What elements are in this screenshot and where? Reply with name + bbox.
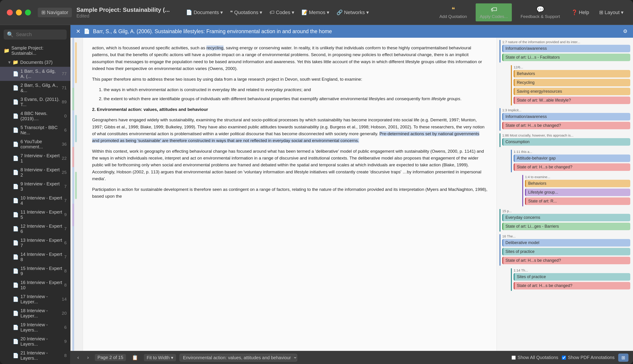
memos-label: Memos xyxy=(309,10,325,16)
prev-page-button[interactable]: ‹ xyxy=(75,353,81,362)
doc-19-label: 19 Interview - Layers... xyxy=(21,322,62,333)
sidebar-doc-3[interactable]: 📄 3 Evans, D. (2011). T... 89 xyxy=(0,95,70,109)
sidebar-doc-16[interactable]: 📄 16 Interview - Expert 10 8 xyxy=(0,278,70,292)
code-attitude-gap[interactable]: Attitude-behavior gap xyxy=(514,154,630,162)
doc-7-count: 22 xyxy=(62,156,67,161)
close-document-button[interactable]: ✕ xyxy=(76,28,81,34)
section-select[interactable]: Environmental action: values, attitudes … xyxy=(180,354,297,362)
sidebar-doc-18[interactable]: 📄 18 Interview - Layper... 20 xyxy=(0,306,70,320)
show-pdf-annotations-toggle[interactable]: Show PDF Annotations xyxy=(562,355,614,360)
code-state-art-r[interactable]: State of art: R... xyxy=(525,198,630,205)
minimize-traffic-light[interactable] xyxy=(16,10,22,16)
apply-codes-button[interactable]: 🏷 Apply Codes... xyxy=(476,4,512,21)
close-traffic-light[interactable] xyxy=(7,10,13,16)
bottom-right-action-button[interactable]: ⊞ xyxy=(618,354,628,362)
sidebar-doc-4[interactable]: 📄 4 BBC News. (2019).... 0 xyxy=(0,109,70,123)
code-state-art-changed-2[interactable]: State of art: H...s be changed? xyxy=(514,163,630,171)
show-pdf-annotations-checkbox[interactable] xyxy=(562,356,566,360)
sidebar-doc-11[interactable]: 📄 11 Interview - Expert 5 9 xyxy=(0,208,70,222)
code-saving-energy[interactable]: Saving energy/resources xyxy=(514,88,630,95)
code-state-art-changed-3[interactable]: State of art: H...s be changed? xyxy=(502,257,630,264)
doc-9-label: 9 Interview - Expert 3 xyxy=(21,181,62,192)
sidebar-doc-17[interactable]: 📄 17 Interview - Layper... 14 xyxy=(0,292,70,306)
code-state-art-changed-4[interactable]: State of art: H...s be changed? xyxy=(514,282,630,290)
sidebar-doc-15[interactable]: 📄 15 Interview - Expert 9 8 xyxy=(0,264,70,278)
show-all-quotations-toggle[interactable]: Show All Quotations xyxy=(512,355,558,360)
sidebar-doc-6[interactable]: 📄 6 YouTube comment... 36 xyxy=(0,137,70,151)
show-pdf-annotations-label: Show PDF Annotations xyxy=(568,355,614,360)
networks-btn[interactable]: 🔗 Networks ▾ xyxy=(334,8,372,17)
code-deliberative-model[interactable]: Deliberative model xyxy=(502,239,630,246)
navigator-button[interactable]: ⊞ Navigator xyxy=(38,8,72,17)
layout-button[interactable]: ⊞ Layout ▾ xyxy=(596,8,626,17)
sidebar-doc-7[interactable]: 📄 7 Interview - Expert 1 22 xyxy=(0,151,70,166)
chevron-down-fit: ▾ xyxy=(171,355,173,360)
feedback-button[interactable]: 💬 Feedback & Support xyxy=(516,4,564,21)
sidebar-doc-12[interactable]: 📄 12 Interview - Expert 6 7 xyxy=(0,222,70,236)
apply-codes-icon: 🏷 xyxy=(491,6,497,13)
sidebar-doc-2[interactable]: 📄 2 Barr, S., Gilg, A., &... 71 xyxy=(0,81,70,95)
doc-4-label: 4 BBC News. (2019).... xyxy=(21,111,62,121)
code-recycling[interactable]: Recycling xyxy=(514,79,630,86)
code-everyday-concerns[interactable]: Everyday concerns xyxy=(502,214,630,221)
code-state-art-facilitators[interactable]: State of art: Li...s - Facilitators xyxy=(502,54,630,61)
documents-btn[interactable]: 📄 Documents ▾ xyxy=(183,8,225,17)
doc-13-count: 6 xyxy=(64,240,67,246)
sidebar-doc-5[interactable]: 📄 5 Transcript - BBC Ne... 6 xyxy=(0,123,70,137)
sidebar-doc-10[interactable]: 📄 10 Interview - Expert 4 7 xyxy=(0,194,70,208)
search-box[interactable]: 🔍 xyxy=(4,30,67,40)
help-button[interactable]: ❓ Help xyxy=(569,8,592,17)
next-page-button[interactable]: › xyxy=(85,353,91,362)
show-all-quotations-checkbox[interactable] xyxy=(512,356,516,360)
code-behaviors-1[interactable]: Behaviors xyxy=(514,70,630,78)
layout-label: Layout xyxy=(604,10,619,16)
sidebar-item-root[interactable]: 📁 Sample Project: Sustainabi... xyxy=(0,44,70,58)
maximize-traffic-light[interactable] xyxy=(25,10,31,16)
doc-10-count: 7 xyxy=(64,198,67,203)
doc-2-count: 71 xyxy=(62,86,67,90)
sidebar-doc-14[interactable]: 📄 14 Interview - Expert 8 7 xyxy=(0,250,70,264)
document-area: ✕ 📄 Barr, S., & Gilg, A. (2006). Sustain… xyxy=(71,25,633,364)
page-view-button[interactable]: 📋 xyxy=(130,353,140,362)
sidebar-doc-1[interactable]: 📄 1 Barr, S., & Gilg, A. (... 77 xyxy=(0,67,70,81)
doc-icon-16: 📄 xyxy=(13,282,19,288)
network-icon: 🔗 xyxy=(337,10,343,16)
sidebar-doc-19[interactable]: 📄 19 Interview - Layers... 6 xyxy=(0,320,70,334)
code-info-awareness-1[interactable]: Information/awareness xyxy=(502,45,630,52)
sidebar-doc-20[interactable]: 📄 20 Interview - Layers... 9 xyxy=(0,334,70,348)
title-section: Sample Project: Sustainability (... Edit… xyxy=(76,6,170,19)
memos-btn[interactable]: 📝 Memos ▾ xyxy=(299,8,332,17)
code-state-art-wable[interactable]: State of art: W...able lifestyle? xyxy=(514,96,630,104)
help-label: Help xyxy=(579,10,589,16)
doc-2-label: 2 Barr, S., Gilg, A., &... xyxy=(21,83,60,93)
doc-12-count: 7 xyxy=(64,226,67,231)
code-info-awareness-2[interactable]: Information/awareness xyxy=(502,113,630,120)
search-input[interactable] xyxy=(16,32,79,38)
doc-header-icon: 📄 xyxy=(84,28,90,34)
add-quotation-button[interactable]: ❝ Add Quotation xyxy=(435,4,471,21)
doc-11-label: 11 Interview - Expert 5 xyxy=(21,210,62,220)
document-settings-button[interactable]: ⚙ xyxy=(623,28,627,34)
help-icon: ❓ xyxy=(571,10,577,16)
code-behaviors-2[interactable]: Behaviors xyxy=(525,180,630,187)
code-sites-practice-1[interactable]: Sites of practice xyxy=(502,248,630,256)
margin-label-3: 1:3 Implicit... xyxy=(502,108,630,112)
margin-bar-4 xyxy=(75,115,77,142)
sidebar-doc-9[interactable]: 📄 9 Interview - Expert 3 7 xyxy=(0,180,70,194)
sidebar-item-documents[interactable]: ▾ 📁 Documents (37) xyxy=(0,58,70,67)
code-state-art-changed-1[interactable]: State of art: H...s be changed? xyxy=(502,122,630,129)
fit-control[interactable]: Fit to Width ▾ xyxy=(144,354,176,361)
doc-1-count: 77 xyxy=(62,71,67,76)
code-state-art-barriers[interactable]: State of art: Li...ges - Barriers xyxy=(502,223,630,230)
sidebar-doc-8[interactable]: 📄 8 Interview - Expert 2 25 xyxy=(0,166,70,180)
code-consumption[interactable]: Consumption xyxy=(502,138,630,146)
code-sites-practice-2[interactable]: Sites of practice xyxy=(514,273,630,280)
margin-section-6: 1:4 to examine... Behaviors Lifestyle gr… xyxy=(522,175,630,206)
quotations-btn[interactable]: ❝ Quotations ▾ xyxy=(227,8,265,17)
codes-btn[interactable]: 🏷 Codes ▾ xyxy=(267,8,297,17)
sidebar-doc-13[interactable]: 📄 13 Interview - Expert 7 6 xyxy=(0,236,70,250)
sidebar-doc-21[interactable]: 📄 21 Interview - Layers... 8 xyxy=(0,348,70,363)
code-lifestyle-group[interactable]: Lifestyle group... xyxy=(525,188,630,196)
doc-icon-9: 📄 xyxy=(13,184,19,189)
document-text[interactable]: action, which is focussed around specifi… xyxy=(83,38,497,351)
